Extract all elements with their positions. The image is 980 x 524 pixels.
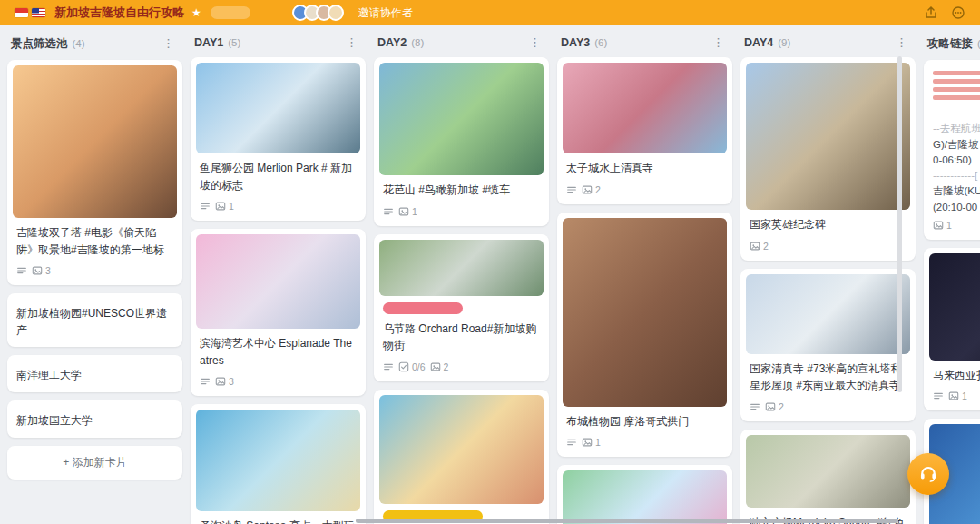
checklist-count: 0/6 — [412, 361, 426, 372]
card-meta: 3 — [13, 261, 177, 280]
red-text-line — [933, 95, 980, 100]
card-title: 新加坡国立大学 — [13, 406, 177, 432]
card[interactable]: 马来西亚扫1 — [924, 248, 980, 411]
attachment-count: 2 — [595, 184, 601, 195]
card-text-line: 0-06:50) — [929, 153, 980, 168]
card[interactable]: 太子城水上清真寺2 — [557, 57, 732, 204]
column-scrollbar[interactable] — [897, 56, 902, 392]
attachment-icon — [582, 437, 593, 448]
singapore-flag-icon — [15, 8, 28, 17]
column-more-button[interactable]: ⋮ — [526, 36, 544, 48]
card-meta: 1 — [929, 386, 980, 405]
column-title: 景点筛选池 — [11, 36, 68, 52]
attachment-icon — [750, 241, 760, 252]
attachment-count: 1 — [229, 201, 234, 212]
column-day2: DAY2(8)⋮花芭山 #鸟瞰新加坡 #缆车1乌节路 Orchard Road#… — [374, 33, 549, 524]
card-title: 鱼尾狮公园 Merlion Park # 新加坡的标志 — [196, 153, 360, 196]
card-meta: 1 — [196, 196, 360, 215]
column-more-button[interactable]: ⋮ — [710, 36, 727, 48]
column-day3: DAY3(6)⋮太子城水上清真寺2布城植物园 摩洛哥式拱门1云顶高原#Genti… — [557, 33, 732, 524]
column-header: DAY3(6)⋮ — [557, 33, 732, 57]
column-count: (6) — [594, 37, 607, 48]
add-card-button[interactable]: + 添加新卡片 — [7, 446, 182, 480]
red-text-line — [933, 87, 980, 92]
card-title: 乌节路 Orchard Road#新加坡购物街 — [379, 314, 544, 357]
malaysia-flag-icon — [32, 8, 45, 17]
favorite-star-icon[interactable]: ★ — [191, 6, 201, 19]
description-icon — [200, 201, 211, 212]
card-title: 南洋理工大学 — [13, 361, 177, 387]
more-circle-icon[interactable] — [951, 5, 965, 20]
invite-collaborator-button[interactable]: 邀请协作者 — [358, 5, 413, 21]
attachment-icon — [215, 376, 226, 387]
card-label — [383, 302, 463, 314]
card-meta: 1 — [929, 215, 980, 234]
card[interactable]: 鱼尾狮公园 Merlion Park # 新加坡的标志1 — [191, 57, 366, 221]
card[interactable]: 布城植物园 摩洛哥式拱门1 — [557, 213, 732, 458]
card[interactable]: 南洋理工大学 — [7, 355, 182, 392]
card-title: 马来西亚扫 — [929, 361, 980, 387]
red-text-line — [933, 71, 980, 75]
card-title: 新加坡植物园#UNESCO世界遗产 — [13, 299, 177, 341]
column-more-button[interactable]: ⋮ — [160, 37, 177, 49]
column-more-button[interactable]: ⋮ — [343, 36, 360, 48]
attachment-count: 3 — [229, 376, 234, 387]
card-title: 国家清真寺 #73米高的宣礼塔和星形屋顶 #东南亚最大的清真寺 — [746, 354, 910, 397]
card[interactable]: 国家清真寺 #73米高的宣礼塔和星形屋顶 #东南亚最大的清真寺2 — [740, 269, 916, 421]
card-image — [563, 218, 727, 407]
avatar[interactable] — [328, 5, 344, 21]
card-image — [196, 410, 360, 511]
attachment-icon — [215, 201, 226, 212]
board-title: 新加坡吉隆坡自由行攻略 — [54, 5, 184, 21]
card-image — [379, 240, 544, 296]
card-image — [379, 395, 544, 504]
attachment-count: 2 — [444, 361, 449, 372]
column-title: DAY4 — [744, 36, 773, 49]
card[interactable]: 独立广场Merdeka Square #红色LOVE KL — [740, 430, 916, 524]
card-text-line: ------------[ — [929, 168, 980, 183]
description-icon — [933, 391, 944, 401]
card-meta: 1 — [379, 202, 544, 221]
attachment-icon — [765, 401, 776, 412]
card-image — [379, 63, 544, 175]
card[interactable]: 乌节路 Orchard Road#新加坡购物街0/62 — [374, 234, 549, 381]
card-list: 花芭山 #鸟瞰新加坡 #缆车1乌节路 Orchard Road#新加坡购物街0/… — [374, 57, 549, 524]
headset-icon — [918, 463, 938, 486]
card-title: 太子城水上清真寺 — [563, 153, 727, 180]
customer-service-fab[interactable] — [907, 453, 949, 495]
attachment-count: 2 — [779, 401, 784, 412]
card-image — [746, 435, 910, 508]
card[interactable]: 花芭山 #鸟瞰新加坡 #缆车1 — [374, 57, 549, 226]
card-meta: 1 — [563, 432, 727, 451]
card-text-line: 吉隆坡(KUL — [929, 183, 980, 199]
card[interactable]: 滨海湾艺术中心 Esplanade Theatres3 — [191, 229, 366, 396]
horizontal-scrollbar[interactable] — [356, 519, 898, 523]
card-list: 太子城水上清真寺2布城植物园 摩洛哥式拱门1云顶高原#Genting Highl… — [557, 57, 732, 524]
attachment-count: 1 — [412, 206, 417, 217]
card[interactable]: --------------------去程航班信息：G)/吉隆坡 (0-06:… — [924, 60, 980, 240]
card[interactable]: 云顶高原#Genting Highlands云顶世界 大型赌场、游乐园、高原避暑 — [557, 465, 732, 524]
column-header: DAY2(8)⋮ — [374, 33, 549, 57]
card[interactable]: 新加坡国立大学 — [7, 400, 182, 438]
card-image — [746, 274, 910, 354]
card-image — [563, 470, 727, 524]
column-count: (8) — [411, 37, 424, 48]
card[interactable]: 新加坡植物园#UNESCO世界遗产 — [7, 293, 182, 347]
card-list: 吉隆坡双子塔 #电影《偷天陷阱》取景地#吉隆坡的第一地标3新加坡植物园#UNES… — [7, 60, 182, 438]
column-header: DAY4(9)⋮ — [740, 33, 916, 57]
card[interactable]: 牛车水 Chinatown #中国城0/51 — [374, 390, 549, 524]
card[interactable]: 吉隆坡双子塔 #电影《偷天陷阱》取景地#吉隆坡的第一地标3 — [7, 60, 182, 285]
topbar-actions — [924, 5, 965, 20]
card[interactable]: 国家英雄纪念碑2 — [740, 57, 916, 261]
share-icon[interactable] — [924, 5, 938, 20]
column-more-button[interactable]: ⋮ — [893, 36, 910, 48]
attachment-icon — [430, 361, 441, 372]
column-header: 景点筛选池(4)⋮ — [7, 33, 182, 60]
column-count: (9) — [778, 37, 790, 48]
card-text-line: G)/吉隆坡 ( — [929, 137, 980, 153]
kanban-board: 景点筛选池(4)⋮吉隆坡双子塔 #电影《偷天陷阱》取景地#吉隆坡的第一地标3新加… — [0, 25, 980, 524]
card-title: 花芭山 #鸟瞰新加坡 #缆车 — [379, 175, 544, 202]
card[interactable]: 圣淘沙岛 Sentosa 亮点：大型玩乐岛、环球影城、亚洲大陆最南端0/37 — [191, 404, 366, 524]
card-title: 国家英雄纪念碑 — [746, 210, 910, 236]
checklist-icon — [398, 361, 409, 372]
